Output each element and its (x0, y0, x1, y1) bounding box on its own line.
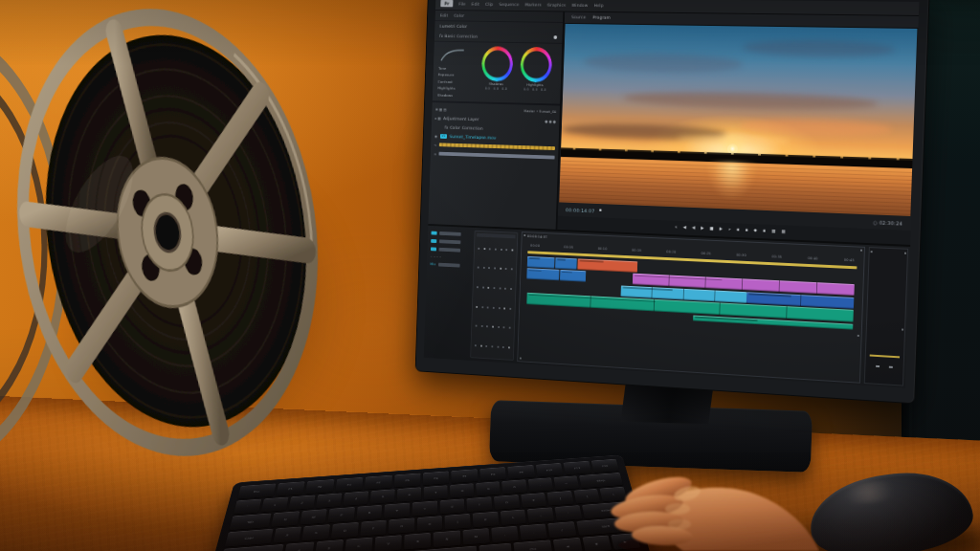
grid-button[interactable] (494, 268, 496, 270)
grid-button[interactable] (501, 249, 502, 251)
grid-button[interactable] (489, 248, 491, 250)
transport-button[interactable]: ◆ (754, 229, 757, 233)
grid-button[interactable] (476, 325, 478, 327)
video-preview[interactable] (559, 24, 917, 216)
grid-button[interactable] (483, 267, 485, 269)
transport-button[interactable]: ▦ (781, 231, 785, 235)
transport-button[interactable]: » (728, 228, 731, 231)
item-dots[interactable]: ● ● ● (545, 119, 556, 123)
menu-item-markers[interactable]: Markers (525, 2, 542, 7)
grid-button[interactable] (505, 268, 507, 270)
color-wheel-group: Highlights0.00.00.0 (519, 47, 552, 99)
grid-button[interactable] (486, 345, 488, 347)
mixer-toggle[interactable] (431, 247, 436, 251)
transport-button[interactable]: ◀ (683, 226, 686, 230)
grid-button[interactable] (495, 249, 497, 251)
timeline-timecode[interactable]: 00:00:14:07 (527, 234, 547, 239)
grid-button[interactable] (479, 248, 480, 250)
transport-button[interactable]: ▪ (737, 229, 740, 233)
mixer-row[interactable] (431, 231, 472, 238)
grid-button[interactable] (500, 268, 501, 270)
color-wheel[interactable] (480, 46, 513, 81)
panel-tab-color[interactable]: Color (454, 13, 464, 18)
grid-button[interactable] (511, 269, 513, 271)
monitor-tab-source[interactable]: Source (571, 15, 586, 20)
grid-button[interactable] (499, 288, 501, 290)
mixer-fader[interactable] (439, 231, 461, 236)
grid-button[interactable] (508, 327, 510, 329)
menu-item-graphics[interactable]: Graphics (547, 2, 566, 7)
mixer-row[interactable] (431, 246, 472, 253)
grid-button[interactable] (477, 306, 479, 308)
grid-button[interactable] (475, 344, 477, 346)
grid-button[interactable] (499, 307, 501, 309)
reset-dot-icon[interactable] (553, 35, 557, 39)
transport-button[interactable]: ◀ (692, 227, 695, 231)
menu-item-help[interactable]: Help (594, 3, 604, 8)
transport-button[interactable]: ▪ (746, 229, 748, 233)
mixer-row[interactable] (431, 238, 472, 246)
timeline-clip[interactable] (560, 270, 586, 282)
transport-button[interactable]: « (675, 226, 678, 230)
eye-icon[interactable]: ◉ (434, 133, 437, 138)
mix-master-fader[interactable] (438, 263, 460, 268)
timecode-current[interactable]: 00:00:14:07 (566, 207, 595, 213)
menu-item-edit[interactable]: Edit (472, 1, 479, 6)
grid-button[interactable] (478, 267, 479, 269)
grid-button[interactable] (488, 287, 490, 289)
lock-icon[interactable]: ▪ (599, 209, 602, 212)
grid-button[interactable] (503, 327, 505, 329)
monitor-tab-program[interactable]: Program (592, 15, 611, 20)
grid-button[interactable] (492, 326, 494, 328)
timeline-clip[interactable] (555, 257, 577, 270)
grid-button[interactable] (503, 307, 505, 309)
grid-button[interactable] (486, 326, 488, 328)
grid-button[interactable] (477, 286, 479, 288)
photo-stage: Pr FileEditClipSequenceMarkersGraphicsWi… (0, 0, 980, 551)
grid-button[interactable] (505, 249, 507, 251)
ruler-label: 00:40 (808, 256, 818, 260)
grid-button[interactable] (498, 326, 500, 328)
grid-button[interactable] (481, 306, 483, 308)
app-logo[interactable]: Pr (440, 0, 453, 7)
grid-button[interactable] (511, 249, 513, 251)
grid-button[interactable] (502, 346, 504, 348)
transport-button[interactable]: ▦ (771, 230, 775, 234)
grid-button[interactable] (480, 345, 482, 347)
mixer-toggle[interactable] (431, 239, 436, 243)
transport-button[interactable]: ■ (710, 227, 714, 231)
color-wheel[interactable] (520, 47, 552, 83)
timeline-clip[interactable] (578, 258, 638, 273)
grid-button[interactable] (488, 268, 490, 270)
transport-button[interactable]: ▶ (720, 228, 723, 232)
menu-item-window[interactable]: Window (571, 3, 588, 8)
level-bar[interactable] (439, 152, 555, 160)
mixer-fader[interactable] (439, 248, 461, 253)
mixer-toggle[interactable] (431, 231, 436, 235)
timeline-clip[interactable] (526, 268, 559, 280)
grid-button[interactable] (508, 347, 510, 349)
grid-button[interactable] (494, 287, 496, 289)
transport-button[interactable]: ▪ (763, 230, 766, 234)
grid-button[interactable] (487, 306, 489, 308)
menu-item-clip[interactable]: Clip (485, 2, 493, 7)
transport-button[interactable]: ▶ (701, 227, 703, 231)
menu-item-sequence[interactable]: Sequence (499, 2, 519, 7)
mixer-fader[interactable] (439, 239, 461, 244)
grid-button[interactable] (510, 288, 512, 290)
grid-button[interactable] (483, 248, 485, 250)
panel-tab-edit[interactable]: Edit (440, 13, 448, 18)
mixer-icons[interactable]: ◦ ◦ ◦ ◦ (431, 254, 472, 261)
menu-item-file[interactable]: File (458, 1, 465, 6)
grid-button[interactable] (482, 287, 484, 289)
curve-widget[interactable] (438, 45, 467, 63)
grid-button[interactable] (497, 346, 499, 348)
grid-button[interactable] (509, 308, 511, 310)
list-icons[interactable]: ≡ ▦ ▤ (435, 106, 447, 111)
grid-button[interactable] (504, 288, 506, 290)
grid-button[interactable] (481, 325, 483, 327)
timeline-clip[interactable] (527, 255, 554, 268)
grid-button[interactable] (493, 307, 495, 309)
grid-button[interactable] (491, 345, 493, 347)
key-n: N (434, 531, 460, 548)
